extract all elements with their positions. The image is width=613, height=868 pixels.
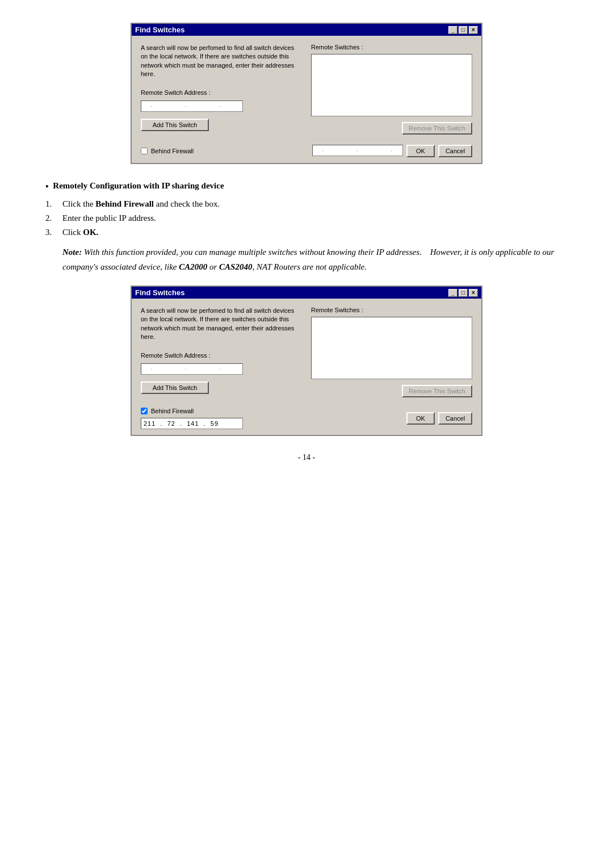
dialog-1-remote-switches-label: Remote Switches :	[311, 44, 472, 51]
dialog-2-behind-firewall-checkbox[interactable]	[141, 408, 148, 414]
dialog-1-right: Remote Switches : Remove This Switch	[311, 44, 472, 135]
dialog-2-address-label: Remote Switch Address :	[141, 352, 302, 359]
dialog-1-info-text: A search will now be perfomed to find al…	[141, 44, 302, 79]
dialog-1-buttons-row: Add This Switch	[141, 119, 302, 131]
step-3: 3. Click OK.	[45, 228, 568, 237]
dialog-1-footer: Behind Firewall OK Cancel	[132, 142, 481, 163]
step-1: 1. Click the Behind Firewall and check t…	[45, 199, 568, 209]
dialog-1-body: A search will now be perfomed to find al…	[132, 36, 481, 142]
minimize-button-1[interactable]: _	[448, 26, 457, 34]
dialog-1-cancel-button[interactable]: Cancel	[438, 145, 472, 157]
dialog-2-buttons-row: Add This Switch	[141, 381, 302, 394]
dialog-1-behind-firewall-row: Behind Firewall	[141, 148, 194, 154]
dialog-1-ip-input[interactable]	[141, 100, 243, 112]
dialog-1-ip-input-2[interactable]	[312, 145, 403, 156]
note-section: Note: With this function provided, you c…	[62, 245, 568, 274]
step-1-text: Click the Behind Firewall and check the …	[62, 199, 568, 209]
bullet-section: ▪ Remotely Configuration with IP sharing…	[45, 181, 568, 191]
dialog-2-add-switch-button[interactable]: Add This Switch	[141, 381, 209, 394]
maximize-button-2[interactable]: □	[459, 289, 468, 297]
step-2: 2. Enter the public IP address.	[45, 213, 568, 223]
dialog-2-ip-input-2[interactable]	[141, 418, 243, 429]
note-label: Note:	[62, 248, 82, 257]
step-3-text: Click OK.	[62, 228, 568, 237]
dialog-2-footer: Behind Firewall OK Cancel	[132, 405, 481, 435]
dialog-2-title: Find Switches	[135, 288, 448, 297]
note-text: With this function provided, you can man…	[62, 248, 554, 271]
dialog-1-left: A search will now be perfomed to find al…	[141, 44, 302, 135]
close-button-2[interactable]: ×	[469, 289, 478, 297]
step-3-bold: OK.	[83, 228, 98, 237]
step-2-num: 2.	[45, 213, 57, 223]
page-number: - 14 -	[45, 453, 568, 462]
dialog-1-window-controls: _ □ ×	[448, 26, 478, 34]
close-button-1[interactable]: ×	[469, 26, 478, 34]
dialog-2-footer-right: OK Cancel	[406, 412, 472, 425]
dialog-1-remove-switch-button[interactable]: Remove This Switch	[402, 122, 472, 135]
steps-section: 1. Click the Behind Firewall and check t…	[45, 199, 568, 237]
dialog-2-ip-input[interactable]	[141, 363, 243, 375]
dialog-2-behind-firewall-row: Behind Firewall	[141, 408, 243, 414]
dialog-1-titlebar: Find Switches _ □ ×	[132, 24, 481, 36]
dialog-2-remove-btn-row: Remove This Switch	[311, 385, 472, 397]
bullet-text: Remotely Configuration with IP sharing d…	[53, 181, 224, 191]
dialog-1-address-label: Remote Switch Address :	[141, 89, 302, 96]
dialog-2-body: A search will now be perfomed to find al…	[132, 299, 481, 405]
dialog-1-add-switch-button[interactable]: Add This Switch	[141, 119, 209, 131]
dialog-1-title: Find Switches	[135, 26, 448, 34]
dialog-2-info-text: A search will now be perfomed to find al…	[141, 307, 302, 342]
dialog-1-ok-button[interactable]: OK	[406, 145, 435, 157]
dialog-2-remove-switch-button[interactable]: Remove This Switch	[402, 385, 472, 397]
dialog-2-left: A search will now be perfomed to find al…	[141, 307, 302, 397]
dialog-2-titlebar: Find Switches _ □ ×	[132, 287, 481, 299]
step-3-num: 3.	[45, 228, 57, 237]
dialog-2-ok-button[interactable]: OK	[406, 412, 435, 425]
maximize-button-1[interactable]: □	[459, 26, 468, 34]
step-1-num: 1.	[45, 199, 57, 209]
dialog-2-cancel-button[interactable]: Cancel	[438, 412, 472, 425]
dialog-2-window-controls: _ □ ×	[448, 289, 478, 297]
dialog-2-right: Remote Switches : Remove This Switch	[311, 307, 472, 397]
dialog-2-remote-switches-label: Remote Switches :	[311, 307, 472, 313]
find-switches-dialog-2: Find Switches _ □ × A search will now be…	[131, 286, 482, 436]
dialog-1-behind-firewall-checkbox[interactable]	[141, 148, 148, 154]
dialog-1-footer-right: OK Cancel	[312, 145, 472, 157]
dialog-1-behind-firewall-label: Behind Firewall	[151, 148, 194, 154]
dialog-1-remote-switches-list[interactable]	[311, 54, 472, 116]
step-2-text: Enter the public IP address.	[62, 213, 568, 223]
step-1-bold: Behind Firewall	[95, 199, 154, 208]
dialog-2-remote-switches-list[interactable]	[311, 317, 472, 379]
minimize-button-2[interactable]: _	[448, 289, 457, 297]
dialog-2-behind-firewall-label: Behind Firewall	[151, 408, 194, 414]
bullet-symbol: ▪	[45, 182, 48, 191]
find-switches-dialog-1: Find Switches _ □ × A search will now be…	[131, 23, 482, 164]
dialog-1-remove-btn-row: Remove This Switch	[311, 122, 472, 135]
